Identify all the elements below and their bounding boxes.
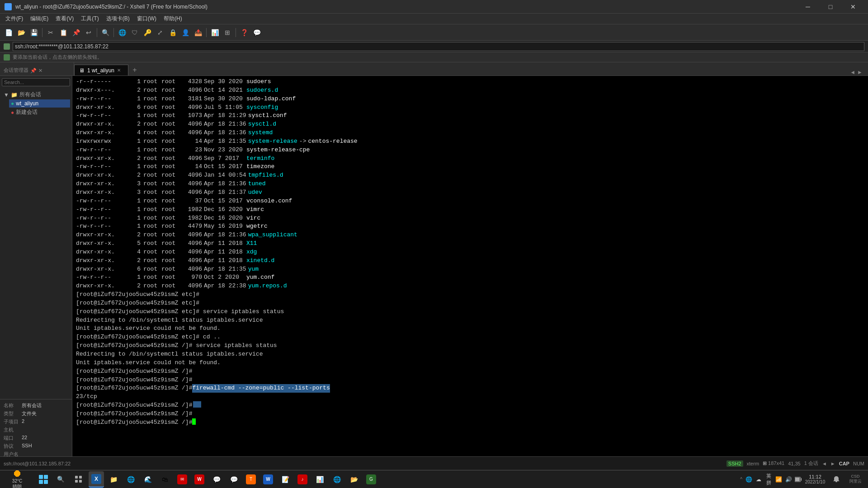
notification-btn[interactable] <box>828 471 844 488</box>
maximize-button[interactable]: □ <box>820 0 841 14</box>
size-icon: ⊞ <box>763 460 767 466</box>
file-line: drwxr-xr-x. 2 root root 4096 Apr 11 2018… <box>76 257 864 265</box>
menu-file[interactable]: 文件(F) <box>2 14 27 23</box>
toolbar-user[interactable]: 👤 <box>179 27 191 38</box>
prompt-line: [root@iZuf672ujoo5ucw45z9ismZ /]# <box>76 410 864 418</box>
menu-edit[interactable]: 编辑(E) <box>27 14 52 23</box>
toolbar-find[interactable]: 🔍 <box>99 27 111 38</box>
toolbar-open[interactable]: 📂 <box>15 27 27 38</box>
toolbar-lock[interactable]: 🔒 <box>167 27 179 38</box>
taskbar-files-app[interactable]: 📁 <box>106 471 121 488</box>
menu-window[interactable]: 窗口(W) <box>133 14 160 23</box>
taskbar-notes-app[interactable]: 📝 <box>278 471 293 488</box>
toolbar-new[interactable]: 📄 <box>3 27 14 38</box>
file-line: -rw-r--r-- 1 root root 37 Oct 15 2017 vc… <box>76 197 864 206</box>
taskbar-word-app[interactable]: W <box>260 471 276 488</box>
file-line: drwxr-xr-x. 2 root root 4096 Sep 7 2017 … <box>76 155 864 163</box>
toolbar-undo[interactable]: ↩ <box>83 27 94 38</box>
toolbar-layout[interactable]: ⊞ <box>222 27 233 38</box>
taskbar-browser2-app[interactable]: 🌐 <box>329 471 344 488</box>
address-input[interactable] <box>13 42 864 51</box>
toolbar-copy[interactable]: 📋 <box>57 27 69 38</box>
taskbar-wps-app[interactable]: W <box>192 471 207 488</box>
prop-row-type: 类型 文件夹 <box>4 410 68 417</box>
toolbar-sep3 <box>113 28 114 37</box>
tree-all-sessions[interactable]: ▼ 📁 所有会话 <box>2 90 70 99</box>
taskbar-store-app[interactable]: 🛍 <box>157 471 173 488</box>
session-close-icon[interactable]: ✕ <box>38 68 42 75</box>
toolbar-help[interactable]: ❓ <box>238 27 250 38</box>
windows-icon <box>39 475 48 484</box>
taskbar-music-app[interactable]: ♪ <box>295 471 310 488</box>
close-button[interactable]: ✕ <box>843 0 863 14</box>
menu-tools[interactable]: 工具(T) <box>77 14 102 23</box>
clock[interactable]: 11:12 2022/1/10 <box>804 474 826 484</box>
status-cap: CAP <box>839 461 849 466</box>
status-nav-next[interactable]: ► <box>830 461 835 466</box>
taskbar-edge-app[interactable]: 🌊 <box>140 471 156 488</box>
session-manager-tab-label[interactable]: 会话管理器 <box>4 67 28 75</box>
tray-volume-icon[interactable]: 🔊 <box>785 476 792 483</box>
session-pin-icon[interactable]: 📌 <box>30 68 37 75</box>
tab-close-btn[interactable]: ✕ <box>117 68 121 73</box>
status-sessions: 1 会话 <box>804 460 818 467</box>
toolbar-key[interactable]: 🔑 <box>142 27 153 38</box>
taobao-icon: T <box>246 474 256 484</box>
tray-cloud-icon[interactable]: ☁ <box>755 476 762 483</box>
tray-wifi-icon[interactable]: 📶 <box>775 476 782 483</box>
terminal-tab-active[interactable]: 🖥 1 wt_aliyun ✕ <box>74 65 128 75</box>
xshell-icon: X <box>91 474 101 484</box>
taskbar-fm-app[interactable]: 📂 <box>346 471 362 488</box>
taskbar-wechat-app[interactable]: 💬 <box>226 471 241 488</box>
taskbar-search-btn[interactable]: 🔍 <box>52 471 69 488</box>
toolbar-monitor[interactable]: 📊 <box>209 27 221 38</box>
toolbar-upload[interactable]: 📤 <box>192 27 204 38</box>
language-selector[interactable]: 英 拼 <box>763 473 774 486</box>
tree-wt-aliyun[interactable]: ● wt_aliyun <box>9 99 70 108</box>
output-line: Redirecting to /bin/systemctl status ipt… <box>76 316 864 325</box>
sidebar-search-input[interactable] <box>2 78 70 86</box>
prop-val-port: 22 <box>22 435 27 441</box>
window-title: wt_aliyun - root@iZuf672ujoo5ucw45z9ismZ… <box>15 4 797 10</box>
toolbar-cut[interactable]: ✂ <box>45 27 57 38</box>
prop-row-port: 端口 22 <box>4 435 68 441</box>
taskbar-game-app[interactable]: G <box>363 471 379 488</box>
word-icon: W <box>263 474 273 484</box>
menu-tabs[interactable]: 选项卡(B) <box>103 14 133 23</box>
terminal-area[interactable]: -r--r----- 1 root root 4328 Sep 30 2020 … <box>72 76 868 470</box>
toolbar-save[interactable]: 💾 <box>28 27 40 38</box>
status-bar: ssh://root@101.132.185.87:22 SSH2 xterm … <box>0 456 868 470</box>
taskbar-qq-app[interactable]: 💬 <box>209 471 224 488</box>
tab-nav-prev[interactable]: ◄ <box>850 69 855 75</box>
taskbar-mail-app[interactable]: ✉ <box>175 471 190 488</box>
menu-help[interactable]: 帮助(H) <box>160 14 186 23</box>
tray-lang-icon[interactable]: 英 拼 <box>765 476 772 483</box>
tray-battery-icon[interactable] <box>795 476 802 483</box>
tree-new-icon: ● <box>11 109 14 116</box>
svg-rect-3 <box>79 480 82 483</box>
tab-add-btn[interactable]: + <box>129 65 140 75</box>
taskbar-xshell-app[interactable]: X <box>89 471 104 488</box>
start-button[interactable] <box>36 472 51 487</box>
prop-row-protocol: 协议 SSH <box>4 443 68 450</box>
minimize-button[interactable]: ─ <box>797 0 818 14</box>
notes-icon: 📝 <box>280 474 290 484</box>
file-line: -r--r----- 1 root root 4328 Sep 30 2020 … <box>76 78 864 86</box>
toolbar-settings[interactable]: 🌐 <box>116 27 128 38</box>
taskbar-meeting-app[interactable]: 📊 <box>312 471 327 488</box>
tray-expand-icon[interactable]: ^ <box>740 477 742 482</box>
toolbar-shield[interactable]: 🛡 <box>129 27 141 38</box>
tray-network-icon[interactable]: 🌐 <box>745 476 752 483</box>
toolbar-chat[interactable]: 💬 <box>251 27 263 38</box>
status-nav-prev[interactable]: ◄ <box>822 461 827 466</box>
taskbar-taskview-btn[interactable] <box>71 471 87 488</box>
taskbar-chrome-app[interactable]: 🌐 <box>123 471 138 488</box>
terminal-content[interactable]: -r--r----- 1 root root 4328 Sep 30 2020 … <box>72 76 868 470</box>
tree-new-session[interactable]: ● 新建会话 <box>9 108 70 117</box>
taskbar-taobao-app[interactable]: T <box>243 471 259 488</box>
tab-nav-next[interactable]: ► <box>857 69 863 75</box>
sidebar-search-area <box>0 76 72 88</box>
toolbar-fullscreen[interactable]: ⤢ <box>154 27 166 38</box>
toolbar-paste[interactable]: 📌 <box>70 27 82 38</box>
menu-view[interactable]: 查看(V) <box>52 14 77 23</box>
